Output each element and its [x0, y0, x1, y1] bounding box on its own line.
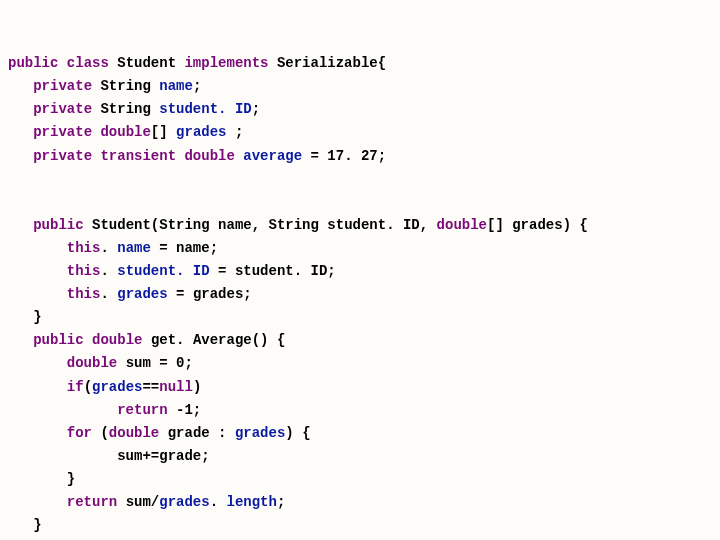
equals: =	[210, 263, 235, 279]
keyword-this: this	[67, 263, 101, 279]
keyword-this: this	[67, 286, 101, 302]
field-grades: grades	[117, 286, 167, 302]
param-studentid: student. ID	[327, 217, 419, 233]
dot: .	[100, 263, 117, 279]
var-grade: grade	[168, 425, 210, 441]
paren-close: )	[260, 332, 268, 348]
keyword-for: for	[67, 425, 92, 441]
brace-open: {	[579, 217, 587, 233]
colon: :	[210, 425, 235, 441]
brace-open: {	[302, 425, 310, 441]
equals: =	[151, 240, 176, 256]
paren-open: (	[252, 332, 260, 348]
semicolon: ;	[252, 101, 260, 117]
keyword-private: private	[33, 101, 92, 117]
semicolon: ;	[210, 240, 218, 256]
paren-open: (	[151, 217, 159, 233]
keyword-public: public	[33, 217, 83, 233]
var-grade: grade	[159, 448, 201, 464]
semicolon: ;	[184, 355, 192, 371]
code-block: public class Student implements Serializ…	[8, 55, 588, 540]
keyword-if: if	[67, 379, 84, 395]
keyword-private: private	[33, 148, 92, 164]
literal-neg1: -1	[176, 402, 193, 418]
method-getaverage: get. Average	[151, 332, 252, 348]
dot: .	[100, 240, 117, 256]
comma: ,	[420, 217, 437, 233]
keyword-this: this	[67, 240, 101, 256]
keyword-private: private	[33, 124, 92, 140]
field-studentid: student. ID	[117, 263, 209, 279]
param-name: name	[218, 217, 252, 233]
var-sum: sum	[117, 448, 142, 464]
paren-open: (	[100, 425, 108, 441]
equals: =	[302, 148, 327, 164]
comma: ,	[252, 217, 269, 233]
keyword-double: double	[92, 332, 142, 348]
field-grades: grades	[176, 124, 226, 140]
semicolon: ;	[378, 148, 386, 164]
slash: /	[151, 494, 159, 510]
dot: .	[210, 494, 227, 510]
semicolon: ;	[193, 402, 201, 418]
keyword-double: double	[437, 217, 487, 233]
field-name: name	[159, 78, 193, 94]
keyword-public: public	[33, 332, 83, 348]
keyword-null: null	[159, 379, 193, 395]
equals: =	[151, 355, 176, 371]
param-grades: grades	[193, 286, 243, 302]
dot: .	[100, 286, 117, 302]
keyword-double: double	[109, 425, 159, 441]
paren-close: )	[285, 425, 293, 441]
var-sum: sum	[126, 355, 151, 371]
class-name: Student	[117, 55, 176, 71]
semicolon: ;	[277, 494, 285, 510]
semicolon: ;	[327, 263, 335, 279]
param-grades: grades	[512, 217, 562, 233]
keyword-implements: implements	[184, 55, 268, 71]
type-string: String	[100, 78, 150, 94]
equals: =	[168, 286, 193, 302]
field-studentid: student. ID	[159, 101, 251, 117]
keyword-class: class	[67, 55, 109, 71]
keyword-return: return	[67, 494, 117, 510]
array-brackets: []	[487, 217, 504, 233]
interface-name: Serializable	[277, 55, 378, 71]
field-grades: grades	[235, 425, 285, 441]
field-grades: grades	[159, 494, 209, 510]
eqeq: ==	[142, 379, 159, 395]
field-name: name	[117, 240, 151, 256]
semicolon: ;	[193, 78, 201, 94]
paren-open: (	[84, 379, 92, 395]
param-studentid: student. ID	[235, 263, 327, 279]
brace-close: }	[33, 309, 41, 325]
semicolon: ;	[243, 286, 251, 302]
keyword-transient: transient	[100, 148, 176, 164]
keyword-double: double	[100, 124, 150, 140]
prop-length: length	[227, 494, 277, 510]
keyword-double: double	[67, 355, 117, 371]
semicolon: ;	[235, 124, 243, 140]
pluseq: +=	[142, 448, 159, 464]
brace-open: {	[378, 55, 386, 71]
literal-average: 17. 27	[327, 148, 377, 164]
paren-close: )	[193, 379, 201, 395]
keyword-public: public	[8, 55, 58, 71]
brace-open: {	[277, 332, 285, 348]
field-average: average	[243, 148, 302, 164]
ctor-name: Student	[92, 217, 151, 233]
keyword-private: private	[33, 78, 92, 94]
param-name: name	[176, 240, 210, 256]
array-brackets: []	[151, 124, 168, 140]
type-string: String	[100, 101, 150, 117]
semicolon: ;	[201, 448, 209, 464]
var-sum: sum	[126, 494, 151, 510]
brace-close: }	[33, 517, 41, 533]
field-grades: grades	[92, 379, 142, 395]
type-string: String	[159, 217, 209, 233]
type-string: String	[269, 217, 319, 233]
paren-close: )	[563, 217, 571, 233]
keyword-return: return	[117, 402, 167, 418]
brace-close: }	[67, 471, 75, 487]
keyword-double: double	[184, 148, 234, 164]
